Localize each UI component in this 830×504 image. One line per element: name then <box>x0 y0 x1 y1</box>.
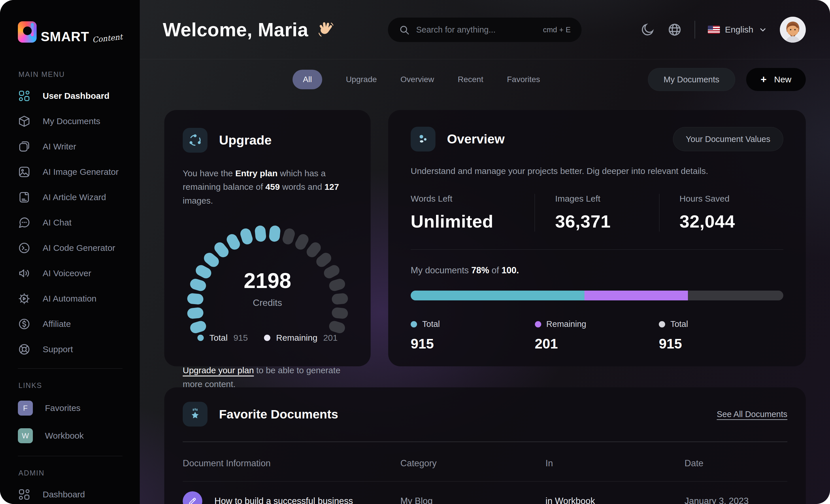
tab-all[interactable]: All <box>292 70 322 89</box>
document-location: in Workbook <box>546 496 685 504</box>
sidebar-item-user-dashboard[interactable]: User Dashboard <box>18 90 123 102</box>
overview-stats: Words Left Unlimited Images Left 36,371 … <box>411 194 783 232</box>
new-button[interactable]: + New <box>746 68 806 91</box>
us-flag-icon <box>708 26 720 34</box>
sidebar-item-label: AI Chat <box>43 218 71 228</box>
legend-value: 201 <box>323 333 338 343</box>
pages-icon <box>18 140 31 153</box>
admin-label: ADMIN <box>19 469 123 477</box>
dollar-icon <box>18 318 31 330</box>
sidebar-item-ai-article-wizard[interactable]: AI Article Wizard <box>18 191 123 204</box>
app-logo[interactable]: SMART Content <box>18 21 123 43</box>
sidebar-item-workbook[interactable]: W Workbook <box>18 428 123 443</box>
credits-gauge: 2198 Credits <box>187 225 348 314</box>
document-icon <box>18 191 31 204</box>
sidebar-item-label: AI Article Wizard <box>43 192 106 202</box>
sidebar-item-ai-code-generator[interactable]: AI Code Generator <box>18 242 123 254</box>
tab-overview[interactable]: Overview <box>401 75 434 84</box>
grid-icon <box>18 488 31 501</box>
user-avatar[interactable] <box>780 17 806 43</box>
tab-favorites[interactable]: Favorites <box>507 75 540 84</box>
legend-value: 201 <box>535 336 659 351</box>
table-row[interactable]: How to build a successful business My Bl… <box>183 481 787 504</box>
see-all-documents-link[interactable]: See All Documents <box>717 409 787 419</box>
page-title: Welcome, Maria <box>163 19 308 41</box>
stat-label: Words Left <box>411 194 514 204</box>
sidebar-item-label: AI Voiceover <box>43 268 91 278</box>
tab-recent[interactable]: Recent <box>458 75 483 84</box>
sidebar-item-ai-automation[interactable]: AI Automation <box>18 292 123 305</box>
sidebar-item-label: AI Code Generator <box>43 243 115 253</box>
image-icon <box>18 166 31 178</box>
sidebar-item-label: Favorites <box>45 403 81 413</box>
topbar: Welcome, Maria cmd + E <box>140 0 830 59</box>
waving-hand-icon <box>314 19 336 40</box>
sidebar-item-support[interactable]: Support <box>18 343 123 356</box>
my-documents-button[interactable]: My Documents <box>648 68 735 91</box>
sidebar-item-ai-writer[interactable]: AI Writer <box>18 140 123 153</box>
search-bar[interactable]: cmd + E <box>388 18 582 42</box>
upgrade-card-icon <box>183 128 208 153</box>
sidebar-item-label: Affiliate <box>43 319 71 329</box>
favorites-badge: F <box>18 401 33 415</box>
avatar-face-icon <box>780 17 806 43</box>
stat-value: 32,044 <box>679 211 783 232</box>
legend-label: Remaining <box>546 320 586 329</box>
overview-legend-dot <box>659 321 665 328</box>
app-window: SMART Content MAIN MENU User Dashboard M… <box>0 0 830 504</box>
sidebar-item-label: User Dashboard <box>43 91 109 101</box>
document-values-button[interactable]: Your Document Values <box>673 127 783 151</box>
total-legend-dot <box>197 335 204 341</box>
gear-play-icon <box>18 292 31 305</box>
language-label: English <box>725 25 753 35</box>
sidebar-item-label: Workbook <box>45 431 84 441</box>
stat-value: Unlimited <box>411 211 514 232</box>
upgrade-footer: Upgrade your plan to be able to generate… <box>183 364 352 391</box>
tab-upgrade[interactable]: Upgrade <box>346 75 377 84</box>
search-shortcut: cmd + E <box>543 25 571 34</box>
language-selector[interactable]: English <box>708 25 767 35</box>
overview-legend-dot <box>411 321 417 328</box>
moon-icon <box>640 23 655 37</box>
favorite-documents-icon <box>183 402 208 427</box>
document-category: My Blog <box>400 496 546 504</box>
logo-brand: SMART <box>41 31 89 43</box>
sidebar-item-affiliate[interactable]: Affiliate <box>18 318 123 330</box>
sidebar-item-ai-voiceover[interactable]: AI Voiceover <box>18 267 123 280</box>
filter-tabs-row: All Upgrade Overview Recent Favorites My… <box>140 59 830 100</box>
legend-label: Total <box>670 320 688 329</box>
sidebar: SMART Content MAIN MENU User Dashboard M… <box>0 0 140 504</box>
workbook-badge: W <box>18 428 33 443</box>
sidebar-item-admin-dashboard[interactable]: Dashboard <box>18 488 123 501</box>
stat-value: 36,371 <box>555 211 659 232</box>
links-label: LINKS <box>19 381 123 390</box>
cube-icon <box>18 115 31 128</box>
globe-button[interactable] <box>667 23 682 37</box>
search-icon <box>399 25 410 35</box>
sidebar-divider <box>18 456 123 456</box>
dark-mode-toggle[interactable] <box>640 23 655 37</box>
sidebar-divider <box>18 368 123 369</box>
sidebar-item-favorites[interactable]: F Favorites <box>18 401 123 415</box>
stat-label: Images Left <box>555 194 659 204</box>
stat-label: Hours Saved <box>679 194 783 204</box>
grid-icon <box>18 90 31 102</box>
overview-legend-dot <box>535 321 541 328</box>
sidebar-item-label: AI Writer <box>43 142 76 152</box>
overview-divider <box>411 249 783 250</box>
upgrade-plan-link[interactable]: Upgrade your plan <box>183 366 254 375</box>
overview-card-icon <box>411 127 436 152</box>
legend-label: Total <box>422 320 440 329</box>
remaining-legend-dot <box>264 335 270 341</box>
sidebar-item-label: AI Image Generator <box>43 167 119 177</box>
globe-icon <box>667 23 682 37</box>
plus-icon: + <box>761 73 767 86</box>
new-button-label: New <box>774 75 791 85</box>
logo-sub: Content <box>92 33 123 44</box>
sidebar-item-ai-image-generator[interactable]: AI Image Generator <box>18 166 123 178</box>
sidebar-item-my-documents[interactable]: My Documents <box>18 115 123 128</box>
search-input[interactable] <box>416 25 537 35</box>
legend-label: Remaining <box>276 333 317 343</box>
sidebar-item-ai-chat[interactable]: AI Chat <box>18 216 123 229</box>
life-ring-icon <box>18 343 31 356</box>
